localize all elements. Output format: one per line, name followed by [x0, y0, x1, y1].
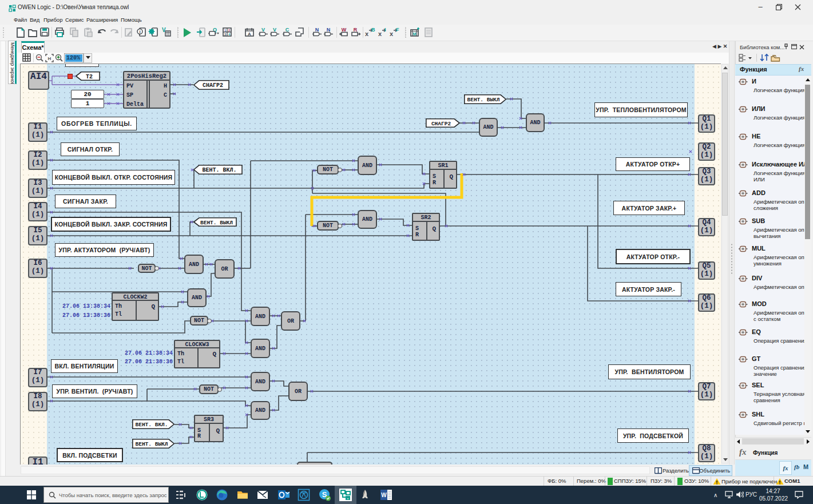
svg-text:A: A — [248, 31, 251, 37]
svg-text:N: N — [327, 27, 331, 33]
svg-text:СНАГР2: СНАГР2 — [203, 82, 223, 89]
svg-text:T2: T2 — [86, 74, 93, 80]
svg-text:V: V — [273, 27, 276, 33]
svg-text:ВЕНТ. ВКЛ.: ВЕНТ. ВКЛ. — [135, 422, 168, 428]
svg-text:1: 1 — [224, 29, 226, 32]
svg-text:F: F — [396, 27, 399, 33]
svg-text:ВЕНТ. ВЫКЛ: ВЕНТ. ВЫКЛ — [467, 97, 499, 103]
svg-text:ВЕНТ. ВЫКЛ: ВЕНТ. ВЫКЛ — [135, 441, 168, 447]
svg-text:СНАГР2: СНАГР2 — [431, 121, 451, 127]
svg-text:ВЕНТ. ВКЛ.: ВЕНТ. ВКЛ. — [202, 167, 236, 173]
svg-text:C: C — [285, 27, 289, 33]
svg-text:B: B — [371, 27, 375, 33]
svg-text:i: i — [139, 29, 140, 34]
svg-text:H: H — [48, 56, 51, 61]
svg-text:x: x — [378, 30, 382, 37]
svg-text:M: M — [413, 32, 417, 36]
svg-text:2: 2 — [228, 29, 230, 32]
svg-text:R: R — [354, 27, 358, 33]
svg-text:W: W — [342, 27, 347, 33]
svg-text:ВЕНТ. ВЫКЛ: ВЕНТ. ВЫКЛ — [200, 220, 233, 226]
svg-text:x: x — [365, 30, 369, 37]
svg-text:N: N — [315, 27, 319, 33]
svg-text:V: V — [261, 27, 265, 33]
svg-text:x: x — [390, 30, 394, 37]
svg-text:W: W — [381, 492, 387, 498]
svg-text:3: 3 — [224, 33, 226, 36]
svg-text:I: I — [384, 27, 386, 33]
